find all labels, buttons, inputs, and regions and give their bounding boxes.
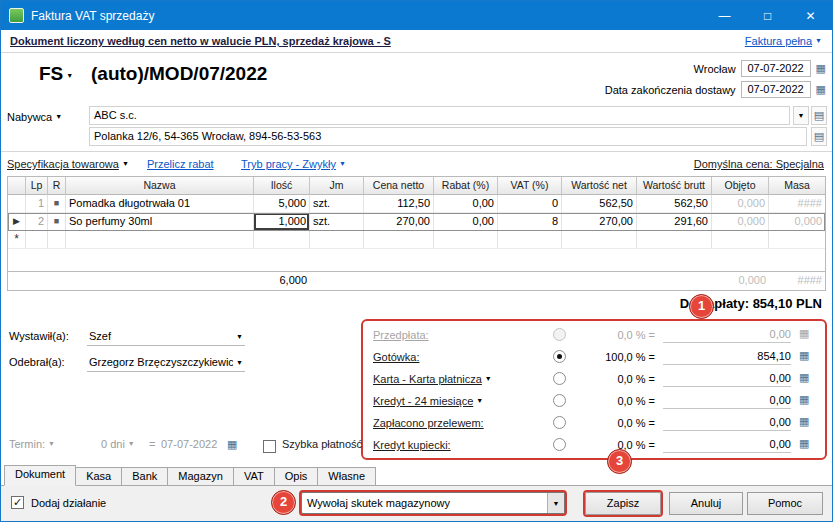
- payment-amount-field[interactable]: 0,00: [663, 370, 791, 387]
- cell-unit[interactable]: szt.: [310, 195, 364, 213]
- issued-by-dropdown[interactable]: Szef ▼: [87, 327, 245, 346]
- payment-label[interactable]: Gotówka:: [373, 351, 419, 363]
- chevron-down-icon: ▼: [476, 397, 483, 404]
- term-date-field: 07-07-2022: [161, 438, 217, 450]
- payment-row-karta: Karta - Karta płatnicza▼ 0,0 % = 0,00 ▦: [363, 368, 825, 390]
- col-wartosc-net[interactable]: Wartość net: [562, 177, 637, 195]
- summary-mass: ####: [769, 272, 825, 290]
- delivery-date-row: Data zakończenia dostawy 07-07-2022 ▦: [605, 81, 826, 98]
- buyer-select-button[interactable]: ▼: [793, 106, 809, 125]
- cell-name[interactable]: So perfumy 30ml: [66, 213, 254, 231]
- spec-link[interactable]: Specyfikacja towarowa▼: [7, 154, 129, 174]
- invoice-window: Faktura VAT sprzedaży — □ ✕ Dokument lic…: [0, 0, 833, 522]
- payment-label-dropdown[interactable]: Karta - Karta płatnicza▼: [373, 373, 492, 385]
- tab-wlasne[interactable]: Własne: [317, 467, 376, 485]
- received-by-dropdown[interactable]: Grzegorz Brzęczyszczykiewic: ▼: [87, 353, 245, 372]
- payment-percent: 0,0 % =: [563, 368, 655, 390]
- table-row-selected[interactable]: ▶ 2 ■ So perfumy 30ml 1,000 szt. 270,00 …: [8, 213, 825, 231]
- cell-qty-editing[interactable]: 1,000: [254, 213, 310, 231]
- quick-payment-checkbox[interactable]: [263, 440, 276, 453]
- annotation-3: 3: [607, 449, 632, 474]
- buyer-label-dropdown[interactable]: Nabywca▼: [7, 111, 62, 123]
- col-nazwa[interactable]: Nazwa: [66, 177, 254, 195]
- calendar-icon[interactable]: ▦: [799, 371, 809, 384]
- recalc-discount-link[interactable]: Przelicz rabat: [147, 154, 214, 174]
- col-lp[interactable]: Lp: [26, 177, 48, 195]
- calendar-icon[interactable]: ▦: [799, 349, 809, 362]
- col-masa[interactable]: Masa: [769, 177, 825, 195]
- buyer-card-button[interactable]: ▤: [811, 106, 827, 125]
- work-mode-link[interactable]: Tryb pracy - Zwykły▼: [241, 154, 346, 174]
- maximize-button[interactable]: □: [746, 1, 789, 30]
- chevron-down-icon: ▼: [128, 440, 135, 447]
- tab-strip: Dokument Kasa Bank Magazyn VAT Opis Włas…: [1, 464, 832, 486]
- add-action-checkbox[interactable]: ✓: [11, 496, 24, 509]
- issue-date-field[interactable]: 07-07-2022: [741, 60, 811, 77]
- buyer-name-field[interactable]: ABC s.c.: [89, 106, 790, 125]
- doc-symbol-dropdown[interactable]: FS▼: [39, 63, 73, 85]
- cell-discount[interactable]: 0,00: [434, 213, 498, 231]
- col-r[interactable]: R: [48, 177, 66, 195]
- notebook-icon: ▤: [814, 109, 824, 122]
- calc-settings-link[interactable]: Dokument liczony według cen netto w walu…: [10, 35, 391, 47]
- default-price-link[interactable]: Domyślna cena: Specjalna: [694, 154, 824, 174]
- warehouse-action-dropdown[interactable]: Wywołaj skutek magazynowy ▼: [301, 492, 565, 514]
- tab-magazyn[interactable]: Magazyn: [167, 467, 234, 485]
- payment-amount-field[interactable]: 0,00: [663, 436, 791, 453]
- cell-vat[interactable]: 0: [498, 195, 562, 213]
- cell-vat[interactable]: 8: [498, 213, 562, 231]
- payment-amount-field[interactable]: 0,00: [663, 326, 791, 343]
- table-row-new[interactable]: *: [8, 231, 825, 249]
- col-rabat[interactable]: Rabat (%): [434, 177, 498, 195]
- col-selector: [8, 177, 26, 195]
- tab-dokument[interactable]: Dokument: [4, 465, 76, 486]
- cell-unit[interactable]: szt.: [310, 213, 364, 231]
- invoice-type-link[interactable]: Faktura pełna▼: [745, 30, 822, 52]
- table-row[interactable]: 1 ■ Pomadka długotrwała 01 5,000 szt. 11…: [8, 195, 825, 213]
- calendar-icon[interactable]: ▦: [816, 62, 826, 75]
- col-cena-netto[interactable]: Cena netto: [364, 177, 434, 195]
- calendar-icon[interactable]: ▦: [799, 393, 809, 406]
- cell-mass: ####: [769, 195, 825, 213]
- col-jm[interactable]: Jm: [310, 177, 364, 195]
- cell-lp: 2: [26, 213, 48, 231]
- calendar-icon[interactable]: ▦: [799, 415, 809, 428]
- payment-label[interactable]: Przedpłata:: [373, 329, 429, 341]
- payment-amount-field[interactable]: 854,10: [663, 348, 791, 365]
- cell-discount[interactable]: 0,00: [434, 195, 498, 213]
- calendar-icon[interactable]: ▦: [816, 83, 826, 96]
- payment-label-dropdown[interactable]: Kredyt - 24 miesiące▼: [373, 395, 483, 407]
- payment-amount-field[interactable]: 0,00: [663, 392, 791, 409]
- tab-vat[interactable]: VAT: [233, 467, 275, 485]
- cell-price[interactable]: 112,50: [364, 195, 434, 213]
- save-button[interactable]: Zapisz: [585, 492, 661, 515]
- calendar-icon[interactable]: ▦: [799, 327, 809, 340]
- cell-qty[interactable]: 5,000: [254, 195, 310, 213]
- notebook-icon: ▤: [814, 130, 824, 143]
- table-empty-area: [8, 249, 825, 271]
- tab-kasa[interactable]: Kasa: [75, 467, 122, 485]
- payment-amount-field[interactable]: 0,00: [663, 414, 791, 431]
- close-button[interactable]: ✕: [789, 1, 832, 30]
- cell-price[interactable]: 270,00: [364, 213, 434, 231]
- check-icon: ✓: [13, 496, 22, 508]
- col-ilosc[interactable]: Ilość: [254, 177, 310, 195]
- chevron-down-icon: ▼: [236, 359, 243, 366]
- minimize-button[interactable]: —: [703, 1, 746, 30]
- cell-name[interactable]: Pomadka długotrwała 01: [66, 195, 254, 213]
- col-vat[interactable]: VAT (%): [498, 177, 562, 195]
- col-objeto[interactable]: Objęto: [712, 177, 769, 195]
- buyer-address-field[interactable]: Polanka 12/6, 54-365 Wrocław, 894-56-53-…: [89, 127, 807, 146]
- calendar-icon[interactable]: ▦: [799, 437, 809, 450]
- address-book-button[interactable]: ▤: [811, 127, 827, 146]
- dropdown-arrow-button[interactable]: ▼: [547, 493, 564, 513]
- delivery-date-field[interactable]: 07-07-2022: [741, 81, 811, 98]
- payment-label[interactable]: Zapłacono przelewem:: [373, 417, 484, 429]
- reservation-icon: ■: [54, 216, 59, 226]
- help-button[interactable]: Pomoc: [747, 492, 823, 515]
- tab-bank[interactable]: Bank: [121, 467, 168, 485]
- close-icon: ✕: [805, 9, 815, 23]
- cancel-button[interactable]: Anuluj: [669, 492, 743, 515]
- col-wartosc-brutto[interactable]: Wartość brutt: [637, 177, 712, 195]
- tab-opis[interactable]: Opis: [274, 467, 319, 485]
